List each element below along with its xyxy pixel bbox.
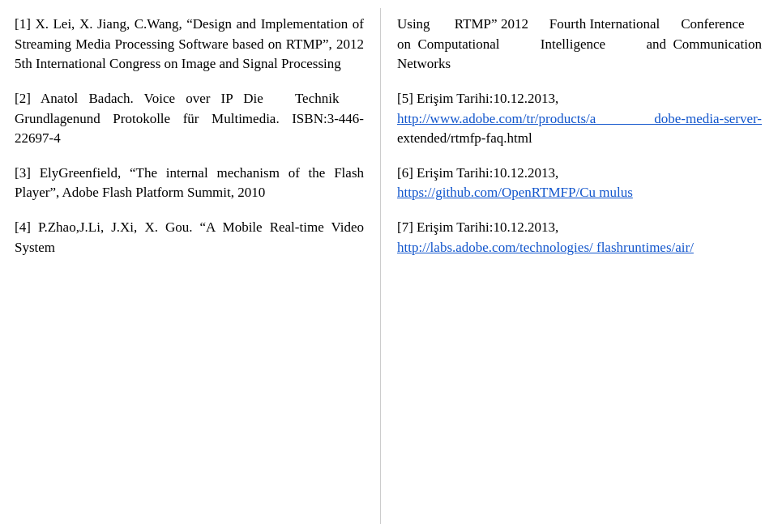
reference-1: [1] X. Lei, X. Jiang, C.Wang, “Design an… [15, 15, 364, 74]
ref7-text: [7] Erişim Tarihi:10.12.2013, http://lab… [397, 218, 762, 257]
ref7-date: Erişim Tarihi:10.12.2013, [417, 219, 558, 235]
ref4-continued-text: Using RTMP” 2012 Fourth International Co… [397, 15, 762, 74]
ref2-content: Anatol Badach. Voice over IP Die Technik… [15, 91, 364, 146]
reference-4-continued: Using RTMP” 2012 Fourth International Co… [397, 15, 762, 74]
ref3-text: [3] ElyGreenfield, “The internal mechani… [15, 164, 364, 203]
ref5-date: Erişim Tarihi:10.12.2013, [417, 91, 558, 106]
ref6-date: Erişim Tarihi:10.12.2013, [417, 165, 558, 181]
ref4-number: [4] [15, 219, 31, 235]
ref5-link-suffix: extended/rtmfp-faq.html [397, 130, 532, 146]
reference-2: [2] Anatol Badach. Voice over IP Die Tec… [15, 89, 364, 149]
ref1-content: X. Lei, X. Jiang, C.Wang, “Design and Im… [15, 16, 364, 71]
reference-3: [3] ElyGreenfield, “The internal mechani… [15, 164, 364, 203]
ref3-content: ElyGreenfield, “The internal mechanism o… [15, 165, 364, 201]
ref6-link[interactable]: https://github.com/OpenRTMFP/Cu mulus [397, 185, 633, 200]
ref1-number: [1] [15, 16, 31, 32]
reference-4: [4] P.Zhao,J.Li, J.Xi, X. Gou. “A Mobile… [15, 218, 364, 257]
ref6-text: [6] Erişim Tarihi:10.12.2013, https://gi… [397, 164, 762, 203]
reference-7: [7] Erişim Tarihi:10.12.2013, http://lab… [397, 218, 762, 257]
ref1-text: [1] X. Lei, X. Jiang, C.Wang, “Design an… [15, 15, 364, 74]
ref5-link[interactable]: http://www.adobe.com/tr/products/a dobe-… [397, 111, 762, 126]
ref3-number: [3] [15, 165, 31, 181]
ref6-number: [6] [397, 165, 413, 181]
ref4-text: [4] P.Zhao,J.Li, J.Xi, X. Gou. “A Mobile… [15, 218, 364, 257]
ref5-number: [5] [397, 91, 413, 106]
ref4-content: P.Zhao,J.Li, J.Xi, X. Gou. “A Mobile Rea… [15, 219, 364, 255]
reference-5: [5] Erişim Tarihi:10.12.2013, http://www… [397, 89, 762, 149]
ref7-number: [7] [397, 219, 413, 235]
left-column: [1] X. Lei, X. Jiang, C.Wang, “Design an… [0, 8, 381, 524]
right-column: Using RTMP” 2012 Fourth International Co… [381, 8, 778, 524]
ref5-text: [5] Erişim Tarihi:10.12.2013, http://www… [397, 89, 762, 149]
ref2-number: [2] [15, 91, 31, 106]
ref7-link[interactable]: http://labs.adobe.com/technologies/ flas… [397, 240, 694, 255]
reference-6: [6] Erişim Tarihi:10.12.2013, https://gi… [397, 164, 762, 203]
ref2-text: [2] Anatol Badach. Voice over IP Die Tec… [15, 89, 364, 149]
